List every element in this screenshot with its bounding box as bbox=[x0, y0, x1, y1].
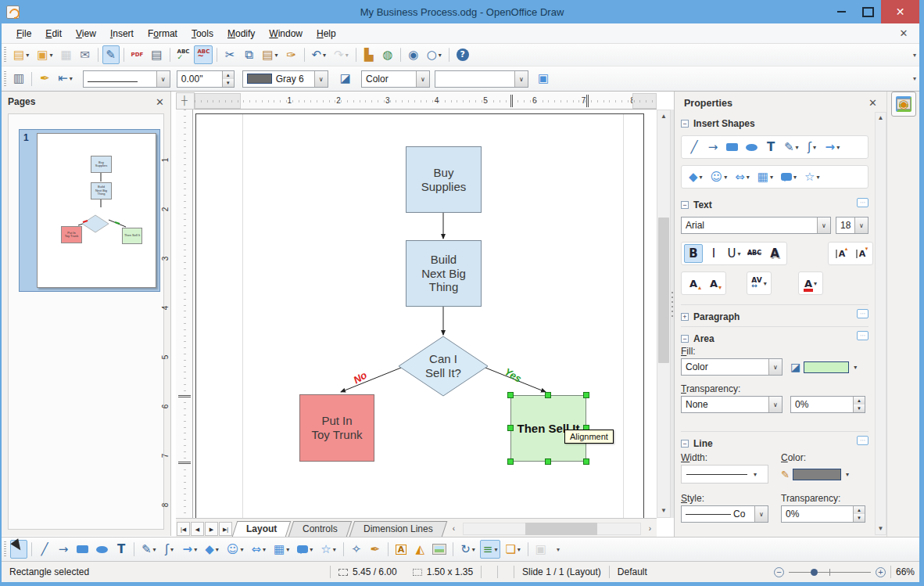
expand-icon[interactable]: + bbox=[681, 313, 689, 321]
line-style-dropdown-icon[interactable]: ∨ bbox=[156, 71, 170, 87]
vertical-ruler[interactable]: 12345678 bbox=[176, 110, 193, 518]
insert-text-button[interactable]: T bbox=[762, 138, 779, 156]
character-spacing-button[interactable]: AV▾ bbox=[750, 274, 768, 293]
email-button[interactable]: ✉ bbox=[77, 45, 94, 64]
tab-layout[interactable]: Layout bbox=[232, 521, 292, 537]
toolbar-overflow-icon[interactable]: ▾ bbox=[913, 75, 916, 82]
toolbar-overflow-icon[interactable]: ▾ bbox=[913, 52, 916, 59]
font-color-button[interactable]: A▾ bbox=[801, 274, 820, 293]
line-style-dropdown-icon[interactable]: ∨ bbox=[754, 506, 768, 522]
stars-tool[interactable]: ☆▾ bbox=[317, 540, 338, 559]
close-button[interactable]: ✕ bbox=[881, 0, 919, 23]
zoom-button[interactable]: ○▾ bbox=[424, 45, 445, 64]
collapse-icon[interactable]: − bbox=[681, 201, 689, 209]
font-size-value[interactable]: 18 bbox=[836, 220, 854, 231]
scroll-right-icon[interactable]: › bbox=[643, 523, 657, 535]
menu-format[interactable]: Format bbox=[141, 24, 184, 43]
block-arrows-button[interactable]: ⇔▾ bbox=[732, 168, 753, 185]
menu-tools[interactable]: Tools bbox=[184, 24, 220, 43]
basic-shapes-tool[interactable]: ◆▾ bbox=[202, 540, 222, 559]
menu-help[interactable]: Help bbox=[310, 24, 343, 43]
zoom-in-icon[interactable]: + bbox=[876, 567, 886, 577]
menu-edit[interactable]: Edit bbox=[38, 24, 69, 43]
print-button[interactable]: ▤ bbox=[148, 45, 165, 64]
line-width-value[interactable]: 0.00" bbox=[177, 74, 222, 84]
decrease-font-button[interactable]: A bbox=[704, 274, 723, 293]
vertical-scroll-thumb[interactable] bbox=[658, 218, 669, 363]
zoom-level[interactable]: 66% bbox=[896, 566, 915, 577]
line-width-dropdown-icon[interactable]: ▾ bbox=[754, 471, 757, 478]
collapse-icon[interactable]: − bbox=[681, 335, 689, 343]
paragraph-dialog-launcher-icon[interactable]: ⋯ bbox=[857, 309, 868, 318]
flowchart-node-put-in-toy-trunk[interactable]: Put In Toy Trunk bbox=[299, 394, 374, 462]
menu-modify[interactable]: Modify bbox=[220, 24, 262, 43]
edit-points-button[interactable]: ✧ bbox=[348, 540, 365, 559]
basic-shapes-button[interactable]: ◆▾ bbox=[686, 168, 706, 185]
close-document-icon[interactable]: ✕ bbox=[897, 27, 910, 40]
fill-color-control[interactable]: ◪ ▾ bbox=[790, 358, 865, 376]
decrease-spacing-button[interactable]: A bbox=[851, 244, 870, 263]
selection-handle[interactable] bbox=[545, 458, 551, 465]
flowchart-node-then-sell-it[interactable]: Then Sell It bbox=[510, 395, 586, 462]
line-style-select2[interactable]: Co ∨ bbox=[681, 505, 768, 523]
tab-dimension-lines[interactable]: Dimension Lines bbox=[349, 521, 447, 537]
pages-panel-close-icon[interactable]: ✕ bbox=[156, 96, 164, 108]
redo-button[interactable]: ↷▾ bbox=[331, 45, 352, 64]
block-arrow-tool[interactable]: →▾ bbox=[180, 540, 201, 559]
zoom-out-icon[interactable]: − bbox=[774, 567, 784, 577]
hyperlink-button[interactable]: ◍ bbox=[379, 45, 396, 64]
toolbar-grip[interactable] bbox=[4, 71, 6, 87]
menu-window[interactable]: Window bbox=[262, 24, 310, 43]
fill-style-select[interactable]: Color ∨ bbox=[681, 358, 783, 376]
increase-font-button[interactable]: A bbox=[684, 274, 703, 293]
selection-handle[interactable] bbox=[507, 425, 514, 431]
increase-spacing-button[interactable]: A bbox=[831, 244, 850, 263]
star-shapes-button[interactable]: ☆▾ bbox=[801, 168, 822, 185]
fill-type-dropdown-icon[interactable]: ∨ bbox=[416, 71, 429, 87]
rotate-button[interactable]: ↻▾ bbox=[457, 540, 478, 559]
edit-file-button[interactable]: ✎ bbox=[102, 45, 120, 64]
bold-button[interactable]: B bbox=[684, 244, 703, 263]
selection-handle[interactable] bbox=[583, 392, 589, 398]
help-button[interactable]: ? bbox=[453, 45, 472, 64]
toolbar-overflow-icon[interactable]: ▾ bbox=[557, 546, 560, 553]
shadow-button[interactable]: A bbox=[765, 244, 784, 263]
block-arrows-tool[interactable]: ⇔▾ bbox=[248, 540, 269, 559]
strikethrough-button[interactable]: ABC bbox=[745, 244, 764, 263]
insert-picture-button[interactable] bbox=[430, 540, 449, 559]
maximize-button[interactable] bbox=[854, 0, 881, 23]
zoom-slider[interactable] bbox=[789, 567, 871, 577]
copy-button[interactable]: ⧉ bbox=[240, 45, 257, 64]
undo-button[interactable]: ↶▾ bbox=[309, 45, 330, 64]
menu-file[interactable]: File bbox=[9, 24, 38, 43]
insert-ellipse-button[interactable] bbox=[743, 138, 761, 156]
flowchart-node-build-next-big-thing[interactable]: Build Next Big Thing bbox=[406, 240, 482, 307]
text-dialog-launcher-icon[interactable]: ⋯ bbox=[857, 198, 868, 207]
line-transparency-stepper[interactable]: 0% ▲▼ bbox=[781, 505, 865, 523]
fontwork-button[interactable]: A bbox=[392, 540, 410, 559]
callouts-tool[interactable]: ▾ bbox=[294, 540, 316, 559]
insert-curve-button[interactable]: ✎▾ bbox=[781, 138, 802, 156]
controller-3d-button[interactable]: ▣ bbox=[532, 540, 550, 559]
rectangle-tool[interactable] bbox=[73, 540, 91, 559]
line-color-control[interactable]: ✎ ▾ bbox=[781, 465, 865, 484]
vertical-scrollbar[interactable]: ▲ ▼ bbox=[657, 110, 671, 518]
flowchart-decision-label[interactable]: Can I Sell It? bbox=[414, 351, 472, 382]
insert-line-button[interactable]: ╱ bbox=[686, 138, 703, 156]
area-transparency-stepper[interactable]: 0% ▲▼ bbox=[790, 396, 865, 413]
font-size-dropdown-icon[interactable]: ∨ bbox=[854, 218, 868, 233]
connector-tool[interactable]: ʃ▾ bbox=[161, 540, 178, 559]
selection-handle[interactable] bbox=[583, 458, 589, 465]
fill-color-select[interactable]: ∨ bbox=[435, 70, 528, 88]
transparency-type-select[interactable]: None ∨ bbox=[681, 396, 783, 413]
scroll-down-icon[interactable]: ▼ bbox=[657, 505, 670, 517]
underline-button[interactable]: U▾ bbox=[725, 244, 743, 263]
insert-connector-button[interactable]: ʃ▾ bbox=[804, 138, 821, 156]
line-dialog-launcher-icon[interactable]: ⋯ bbox=[857, 436, 868, 445]
toolbar-grip[interactable] bbox=[4, 541, 6, 557]
select-tool[interactable] bbox=[10, 540, 27, 559]
toolbar-grip[interactable] bbox=[4, 47, 6, 63]
area-dialog-launcher-icon[interactable]: ⋯ bbox=[857, 331, 868, 340]
font-name-value[interactable]: Arial bbox=[682, 220, 817, 231]
line-width-select[interactable]: ▾ bbox=[681, 465, 768, 484]
